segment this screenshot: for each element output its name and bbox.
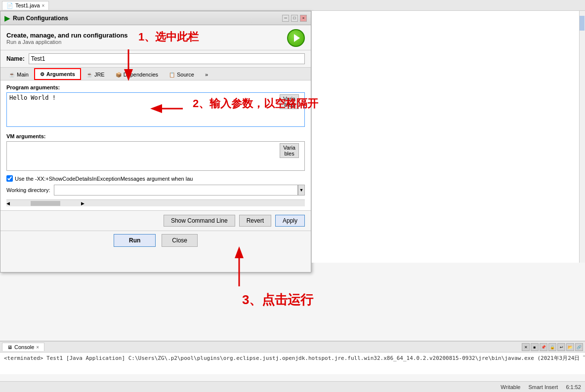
working-dir-dropdown[interactable]: ▼ bbox=[298, 185, 305, 196]
revert-btn[interactable]: Revert bbox=[239, 215, 271, 227]
arguments-tab-icon: ⚙ bbox=[40, 72, 44, 77]
clear-console-btn[interactable]: ✕ bbox=[522, 343, 530, 351]
console-toolbar: ✕ ■ 📌 🔒 ↩ 📂 🔗 bbox=[522, 342, 585, 353]
dialog-title-text: Run Configurations bbox=[13, 15, 68, 22]
console-tab[interactable]: 🖥 Console × bbox=[2, 343, 44, 351]
editor-scrollbar[interactable] bbox=[579, 11, 585, 263]
show-command-line-btn[interactable]: Show Command Line bbox=[164, 215, 235, 227]
status-bar: Writable Smart Insert 6:1:52 bbox=[0, 381, 585, 392]
status-right: Writable Smart Insert 6:1:52 bbox=[501, 384, 581, 390]
pin-console-btn[interactable]: 📌 bbox=[540, 343, 547, 351]
horizontal-scrollbar[interactable]: ◀ ▶ bbox=[6, 199, 305, 206]
run-triangle-icon bbox=[294, 34, 300, 42]
insert-mode-status: Smart Insert bbox=[529, 384, 558, 390]
vm-args-input[interactable] bbox=[6, 141, 305, 171]
dialog-run-button[interactable] bbox=[287, 29, 305, 47]
dialog-sub-title: Run a Java application bbox=[6, 39, 128, 45]
dialog-tabs: ☕ Main ⚙ Arguments ☕ JRE 📦 Dependencies … bbox=[0, 68, 311, 80]
varia-btn-2[interactable]: Variables bbox=[280, 143, 299, 158]
console-output: <terminated> Test1 [Java Application] C:… bbox=[0, 353, 585, 364]
writable-status: Writable bbox=[501, 384, 520, 390]
working-dir-row: Working directory: ▼ bbox=[6, 185, 305, 196]
top-tab-bar: 📄 Test1.java × bbox=[0, 0, 585, 11]
jre-tab-label: JRE bbox=[94, 72, 105, 78]
main-tab-label: Main bbox=[17, 72, 29, 78]
dialog-mid-buttons: Show Command Line Revert Apply bbox=[0, 210, 311, 231]
name-label: Name: bbox=[6, 55, 25, 62]
link-console-btn[interactable]: 🔗 bbox=[575, 343, 583, 351]
hscroll-thumb[interactable] bbox=[31, 201, 60, 206]
exception-checkbox-label: Use the -XX:+ShowCodeDetailsInExceptionM… bbox=[15, 176, 193, 182]
dependencies-tab-icon: 📦 bbox=[116, 72, 122, 78]
more-tab-label: » bbox=[205, 72, 208, 78]
word-wrap-btn[interactable]: ↩ bbox=[557, 343, 565, 351]
console-text: <terminated> Test1 [Java Application] C:… bbox=[4, 355, 585, 361]
dialog-bottom-buttons: Run Close bbox=[0, 231, 311, 250]
console-icon: 🖥 bbox=[7, 345, 12, 350]
tab-icon: 📄 bbox=[6, 2, 13, 9]
jre-tab-icon: ☕ bbox=[86, 72, 92, 78]
tab-source[interactable]: 📋 Source bbox=[164, 69, 200, 80]
open-file-btn[interactable]: 📂 bbox=[566, 343, 574, 351]
position-status: 6:1:52 bbox=[566, 384, 581, 390]
tab-dependencies[interactable]: 📦 Dependencies bbox=[110, 69, 164, 80]
hscroll-right-arrow[interactable]: ▶ bbox=[81, 201, 84, 206]
dialog-run-icon: ▶ bbox=[4, 14, 10, 22]
console-tab-label: Console bbox=[14, 344, 34, 350]
main-tab-icon: ☕ bbox=[9, 72, 15, 78]
editor-scrollthumb[interactable] bbox=[580, 16, 585, 31]
checkbox-row: Use the -XX:+ShowCodeDetailsInExceptionM… bbox=[6, 175, 305, 182]
stop-console-btn[interactable]: ■ bbox=[531, 343, 539, 351]
tab-main[interactable]: ☕ Main bbox=[3, 69, 34, 80]
dialog-header-text: Create, manage, and run configurations R… bbox=[6, 32, 128, 45]
tab-arguments[interactable]: ⚙ Arguments bbox=[34, 68, 81, 80]
working-dir-label: Working directory: bbox=[6, 187, 50, 193]
dialog-title-left: ▶ Run Configurations bbox=[4, 14, 68, 22]
code-editor-area bbox=[311, 11, 585, 263]
name-input[interactable] bbox=[29, 53, 305, 64]
dialog-title-controls: ─ □ × bbox=[282, 15, 307, 22]
scroll-lock-btn[interactable]: 🔒 bbox=[548, 343, 556, 351]
vm-args-section: VM arguments: Variables bbox=[6, 133, 305, 172]
editor-tab[interactable]: 📄 Test1.java × bbox=[2, 1, 49, 10]
annotation-step2: 2、输入参数，以空格隔开 bbox=[193, 96, 318, 111]
dialog-maximize-btn[interactable]: □ bbox=[291, 15, 298, 22]
close-btn[interactable]: Close bbox=[162, 234, 198, 247]
vm-args-label: VM arguments: bbox=[6, 133, 305, 139]
arguments-tab-label: Arguments bbox=[46, 71, 75, 77]
annotation-step1: 1、选中此栏 bbox=[138, 30, 199, 44]
dialog-titlebar: ▶ Run Configurations ─ □ × bbox=[0, 11, 311, 25]
run-config-dialog: ▶ Run Configurations ─ □ × Create, manag… bbox=[0, 11, 311, 273]
hscroll-left-arrow[interactable]: ◀ bbox=[6, 201, 10, 206]
dependencies-tab-label: Dependencies bbox=[124, 72, 158, 78]
source-tab-label: Source bbox=[177, 72, 194, 78]
tab-more[interactable]: » bbox=[200, 69, 213, 80]
source-tab-icon: 📋 bbox=[169, 72, 175, 78]
tab-close-icon[interactable]: × bbox=[42, 3, 45, 8]
tab-label: Test1.java bbox=[15, 2, 40, 8]
working-dir-input[interactable] bbox=[54, 185, 298, 196]
dialog-close-btn[interactable]: × bbox=[300, 15, 307, 22]
console-tab-bar: 🖥 Console × ✕ ■ 📌 🔒 ↩ 📂 🔗 bbox=[0, 342, 585, 353]
dialog-minimize-btn[interactable]: ─ bbox=[282, 15, 289, 22]
annotation-step3: 3、点击运行 bbox=[242, 291, 313, 309]
run-btn[interactable]: Run bbox=[114, 234, 156, 247]
program-args-label: Program arguments: bbox=[6, 84, 305, 90]
apply-btn[interactable]: Apply bbox=[275, 215, 305, 227]
tab-jre[interactable]: ☕ JRE bbox=[81, 69, 110, 80]
console-area: 🖥 Console × ✕ ■ 📌 🔒 ↩ 📂 🔗 <terminated> T… bbox=[0, 341, 585, 374]
exception-checkbox[interactable] bbox=[6, 175, 13, 182]
dialog-name-row: Name: bbox=[0, 50, 311, 68]
console-tab-close[interactable]: × bbox=[36, 345, 39, 350]
dialog-main-title: Create, manage, and run configurations bbox=[6, 32, 128, 39]
